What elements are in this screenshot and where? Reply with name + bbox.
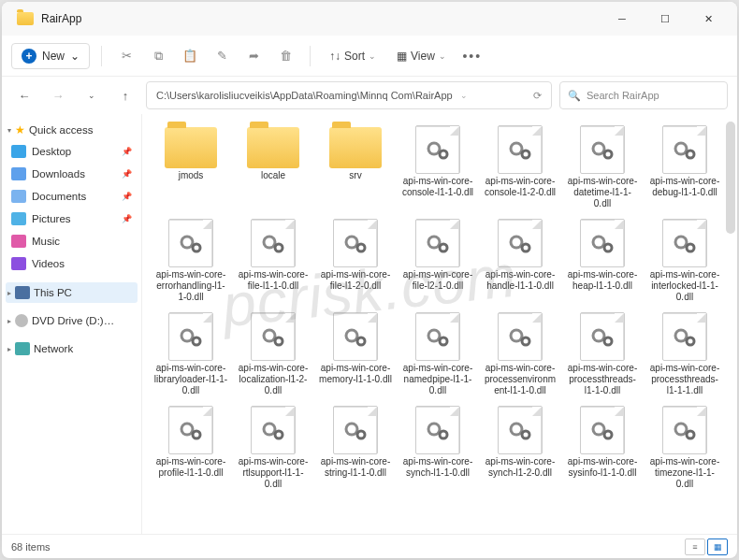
view-dropdown[interactable]: ▦ View ⌄: [389, 46, 454, 66]
paste-button[interactable]: 📋: [177, 43, 203, 69]
refresh-button[interactable]: ⟳: [533, 90, 542, 102]
quick-access-header[interactable]: ▾ ★ Quick access: [6, 120, 138, 140]
dvd-icon: [15, 314, 28, 327]
share-button[interactable]: ➦: [240, 43, 267, 69]
path-chevron-icon[interactable]: ⌄: [460, 91, 468, 100]
file-item[interactable]: api-ms-win-core-file-l2-1-0.dll: [398, 215, 477, 305]
chevron-down-icon: ⌄: [439, 51, 446, 61]
file-pane[interactable]: jmodslocalesrvapi-ms-win-core-console-l1…: [142, 114, 737, 534]
file-item[interactable]: api-ms-win-core-file-l1-1-0.dll: [234, 215, 312, 305]
sidebar-item-pictures[interactable]: Pictures📌: [6, 208, 138, 230]
back-button[interactable]: ←: [11, 82, 37, 108]
file-item[interactable]: api-ms-win-core-localization-l1-2-0.dll: [234, 309, 312, 398]
dll-file-icon: [662, 312, 707, 361]
copy-button[interactable]: ⧉: [145, 43, 171, 69]
file-item[interactable]: api-ms-win-core-handle-l1-1-0.dll: [481, 215, 559, 305]
recent-dropdown[interactable]: ⌄: [79, 82, 105, 108]
sidebar-item-documents[interactable]: Documents📌: [6, 185, 138, 208]
sidebar-item-music[interactable]: Music: [6, 230, 138, 252]
file-item[interactable]: api-ms-win-core-interlocked-l1-1-0.dll: [645, 215, 724, 305]
dll-file-icon: [580, 406, 625, 454]
details-view-button[interactable]: ≡: [685, 538, 705, 555]
chevron-down-icon: ⌄: [70, 50, 80, 63]
file-label: api-ms-win-core-file-l1-2-0.dll: [318, 269, 393, 292]
sidebar-item-desktop[interactable]: Desktop📌: [6, 140, 138, 163]
file-label: api-ms-win-core-string-l1-1-0.dll: [318, 456, 393, 479]
chevron-right-icon: ▸: [7, 345, 11, 353]
file-item[interactable]: api-ms-win-core-profile-l1-1-0.dll: [152, 402, 230, 492]
file-label: api-ms-win-core-namedpipe-l1-1-0.dll: [400, 363, 475, 396]
dll-file-icon: [580, 312, 625, 361]
file-item[interactable]: api-ms-win-core-processthreads-l1-1-0.dl…: [563, 309, 642, 398]
cut-button[interactable]: ✂: [113, 43, 139, 69]
dll-file-icon: [168, 406, 213, 454]
file-item[interactable]: api-ms-win-core-libraryloader-l1-1-0.dll: [152, 309, 230, 398]
chevron-down-icon: ⌄: [369, 51, 376, 61]
file-item[interactable]: api-ms-win-core-errorhandling-l1-1-0.dll: [152, 215, 230, 305]
file-item[interactable]: api-ms-win-core-namedpipe-l1-1-0.dll: [398, 309, 477, 398]
file-label: api-ms-win-core-datetime-l1-1-0.dll: [565, 176, 640, 209]
file-item[interactable]: api-ms-win-core-console-l1-2-0.dll: [481, 122, 559, 211]
folder-icon: [247, 127, 299, 168]
dll-file-icon: [415, 219, 460, 267]
file-item[interactable]: api-ms-win-core-debug-l1-1-0.dll: [645, 122, 724, 211]
file-item[interactable]: api-ms-win-core-string-l1-1-0.dll: [316, 402, 395, 492]
more-button[interactable]: •••: [459, 43, 485, 69]
file-item[interactable]: api-ms-win-core-rtlsupport-l1-1-0.dll: [234, 402, 312, 492]
up-button[interactable]: ↑: [112, 82, 138, 108]
delete-button[interactable]: 🗑: [272, 43, 298, 69]
minimize-button[interactable]: ─: [601, 2, 644, 36]
downloads-icon: [11, 167, 26, 180]
file-label: api-ms-win-core-handle-l1-1-0.dll: [483, 269, 558, 292]
file-item[interactable]: api-ms-win-core-memory-l1-1-0.dll: [316, 309, 395, 398]
file-label: api-ms-win-core-processenvironment-l1-1-…: [483, 363, 558, 396]
folder-item[interactable]: srv: [316, 122, 395, 211]
dll-file-icon: [251, 406, 296, 454]
path-input[interactable]: C:\Users\karolisliucveikis\AppData\Roami…: [146, 81, 552, 109]
folder-item[interactable]: jmods: [152, 122, 230, 211]
videos-icon: [11, 257, 26, 270]
sidebar-item-downloads[interactable]: Downloads📌: [6, 163, 138, 185]
file-label: api-ms-win-core-console-l1-1-0.dll: [400, 176, 475, 198]
file-item[interactable]: api-ms-win-core-sysinfo-l1-1-0.dll: [563, 402, 642, 492]
file-label: api-ms-win-core-console-l1-2-0.dll: [483, 176, 558, 198]
file-item[interactable]: api-ms-win-core-console-l1-1-0.dll: [398, 122, 477, 211]
sidebar-item-network[interactable]: ▸Network: [6, 338, 138, 359]
folder-icon: [165, 127, 217, 168]
dll-file-icon: [251, 312, 296, 361]
title-bar[interactable]: RairApp ─ ☐ ✕: [2, 2, 737, 36]
file-label: api-ms-win-core-sysinfo-l1-1-0.dll: [565, 456, 640, 479]
file-item[interactable]: api-ms-win-core-processthreads-l1-1-1.dl…: [645, 309, 724, 398]
sidebar-item-dvd[interactable]: ▸DVD Drive (D:) CCCC: [6, 310, 138, 331]
sort-dropdown[interactable]: ↑↓ Sort ⌄: [322, 46, 384, 66]
dll-file-icon: [333, 406, 378, 454]
search-input[interactable]: 🔍 Search RairApp: [559, 81, 728, 109]
forward-button[interactable]: →: [45, 82, 71, 108]
item-count: 68 items: [11, 541, 51, 553]
file-item[interactable]: api-ms-win-core-file-l1-2-0.dll: [316, 215, 395, 305]
sidebar-item-videos[interactable]: Videos: [6, 252, 138, 275]
file-item[interactable]: api-ms-win-core-datetime-l1-1-0.dll: [563, 122, 642, 211]
pin-icon: 📌: [122, 147, 132, 156]
file-label: api-ms-win-core-libraryloader-l1-1-0.dll: [153, 363, 228, 396]
scrollbar-thumb[interactable]: [726, 122, 735, 234]
icons-view-button[interactable]: ▦: [707, 538, 728, 555]
chevron-right-icon: ▸: [7, 289, 11, 297]
sidebar-item-this-pc[interactable]: ▸This PC: [6, 282, 138, 303]
star-icon: ★: [15, 123, 25, 136]
dll-file-icon: [580, 125, 625, 174]
file-item[interactable]: api-ms-win-core-synch-l1-2-0.dll: [481, 402, 559, 492]
file-item[interactable]: api-ms-win-core-processenvironment-l1-1-…: [481, 309, 559, 398]
dll-file-icon: [415, 125, 460, 174]
dll-file-icon: [662, 219, 707, 267]
file-item[interactable]: api-ms-win-core-heap-l1-1-0.dll: [563, 215, 642, 305]
rename-button[interactable]: ✎: [209, 43, 235, 69]
file-label: api-ms-win-core-processthreads-l1-1-1.dl…: [647, 363, 722, 396]
dll-file-icon: [498, 219, 543, 267]
file-item[interactable]: api-ms-win-core-synch-l1-1-0.dll: [398, 402, 477, 492]
folder-item[interactable]: locale: [234, 122, 312, 211]
maximize-button[interactable]: ☐: [644, 2, 687, 36]
new-button[interactable]: + New ⌄: [11, 43, 90, 69]
close-button[interactable]: ✕: [687, 2, 730, 36]
file-item[interactable]: api-ms-win-core-timezone-l1-1-0.dll: [645, 402, 724, 492]
